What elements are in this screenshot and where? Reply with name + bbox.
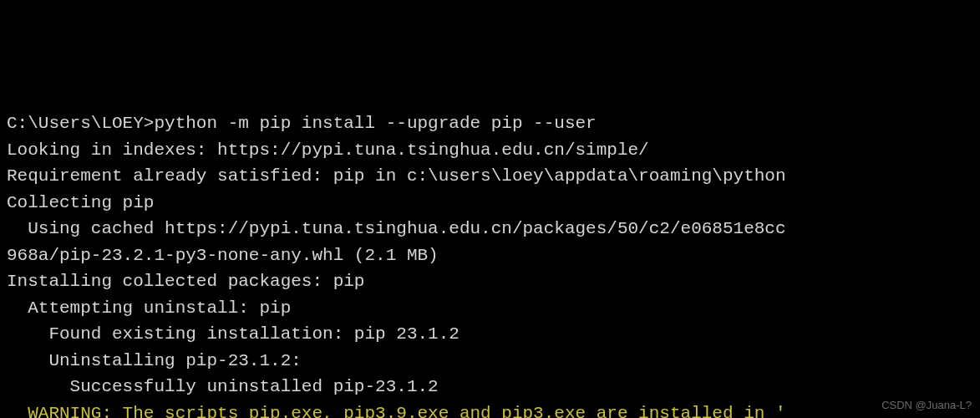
terminal-line: Looking in indexes: https://pypi.tuna.ts… xyxy=(7,137,973,164)
terminal-line: Using cached https://pypi.tuna.tsinghua.… xyxy=(7,216,973,242)
terminal-line: Uninstalling pip-23.1.2: xyxy=(7,348,973,375)
terminal-output[interactable]: C:\Users\LOEY>python -m pip install --up… xyxy=(7,110,973,418)
terminal-line: Collecting pip xyxy=(7,190,973,217)
terminal-line: Attempting uninstall: pip xyxy=(7,295,973,322)
terminal-line: WARNING: The scripts pip.exe, pip3.9.exe… xyxy=(7,400,973,419)
terminal-line: Requirement already satisfied: pip in c:… xyxy=(7,163,973,190)
watermark-text: CSDN @Juana-L? xyxy=(881,397,972,414)
terminal-line: Installing collected packages: pip xyxy=(7,268,973,295)
terminal-line: C:\Users\LOEY>python -m pip install --up… xyxy=(7,110,973,137)
terminal-line: 968a/pip-23.2.1-py3-none-any.whl (2.1 MB… xyxy=(7,242,973,269)
terminal-line: Found existing installation: pip 23.1.2 xyxy=(7,321,973,348)
terminal-line: Successfully uninstalled pip-23.1.2 xyxy=(7,374,973,400)
